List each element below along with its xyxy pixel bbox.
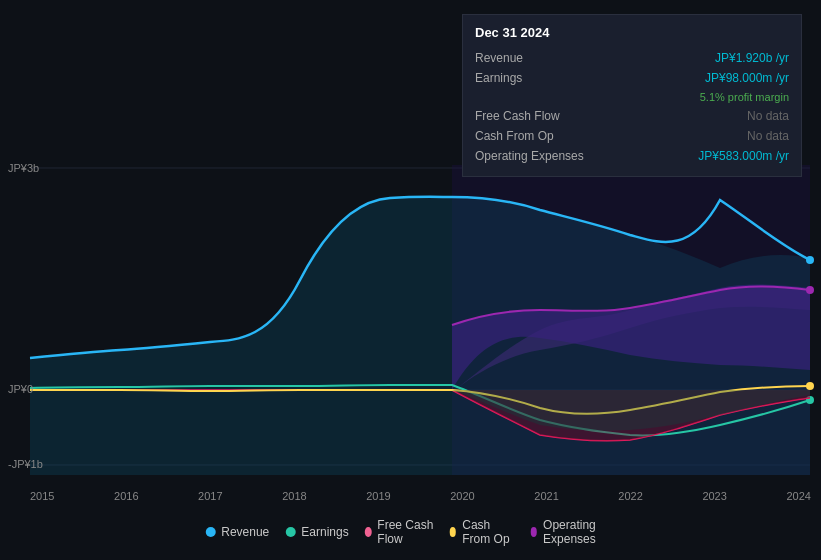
x-label-2020: 2020 bbox=[450, 490, 474, 502]
y-label-top: JP¥3b bbox=[8, 162, 39, 174]
legend-dot-opex bbox=[530, 527, 537, 537]
x-label-2018: 2018 bbox=[282, 490, 306, 502]
tooltip-value-opex: JP¥583.000m /yr bbox=[698, 149, 789, 163]
x-label-2021: 2021 bbox=[534, 490, 558, 502]
tooltip-label-cfo: Cash From Op bbox=[475, 129, 595, 143]
tooltip-row-cfo: Cash From Op No data bbox=[475, 126, 789, 146]
tooltip-value-cfo: No data bbox=[747, 129, 789, 143]
legend-label-revenue: Revenue bbox=[221, 525, 269, 539]
y-label-mid: JP¥0 bbox=[8, 383, 33, 395]
x-label-2016: 2016 bbox=[114, 490, 138, 502]
x-label-2015: 2015 bbox=[30, 490, 54, 502]
legend-label-fcf: Free Cash Flow bbox=[377, 518, 433, 546]
tooltip-row-opex: Operating Expenses JP¥583.000m /yr bbox=[475, 146, 789, 166]
tooltip-label-earnings: Earnings bbox=[475, 71, 595, 85]
x-label-2017: 2017 bbox=[198, 490, 222, 502]
legend-dot-revenue bbox=[205, 527, 215, 537]
legend-cfo: Cash From Op bbox=[450, 518, 515, 546]
legend-dot-earnings bbox=[285, 527, 295, 537]
tooltip-row-margin: 5.1% profit margin bbox=[475, 88, 789, 106]
legend: Revenue Earnings Free Cash Flow Cash Fro… bbox=[205, 518, 616, 546]
legend-label-earnings: Earnings bbox=[301, 525, 348, 539]
tooltip-title: Dec 31 2024 bbox=[475, 25, 789, 40]
legend-opex: Operating Expenses bbox=[530, 518, 615, 546]
x-axis: 2015 2016 2017 2018 2019 2020 2021 2022 … bbox=[30, 490, 811, 502]
chart-container: JP¥3b JP¥0 -JP¥1b 2015 2016 2017 2018 20… bbox=[0, 0, 821, 560]
legend-earnings: Earnings bbox=[285, 525, 348, 539]
legend-fcf: Free Cash Flow bbox=[365, 518, 434, 546]
tooltip-row-earnings: Earnings JP¥98.000m /yr bbox=[475, 68, 789, 88]
svg-point-4 bbox=[806, 256, 814, 264]
tooltip-row-revenue: Revenue JP¥1.920b /yr bbox=[475, 48, 789, 68]
legend-dot-cfo bbox=[450, 527, 457, 537]
tooltip-label-fcf: Free Cash Flow bbox=[475, 109, 595, 123]
tooltip-value-earnings: JP¥98.000m /yr bbox=[705, 71, 789, 85]
x-label-2019: 2019 bbox=[366, 490, 390, 502]
x-label-2022: 2022 bbox=[618, 490, 642, 502]
tooltip-value-fcf: No data bbox=[747, 109, 789, 123]
tooltip: Dec 31 2024 Revenue JP¥1.920b /yr Earnin… bbox=[462, 14, 802, 177]
tooltip-label-revenue: Revenue bbox=[475, 51, 595, 65]
tooltip-value-margin: 5.1% profit margin bbox=[700, 91, 789, 103]
svg-point-5 bbox=[806, 286, 814, 294]
legend-label-opex: Operating Expenses bbox=[543, 518, 616, 546]
x-label-2024: 2024 bbox=[786, 490, 810, 502]
tooltip-row-fcf: Free Cash Flow No data bbox=[475, 106, 789, 126]
legend-label-cfo: Cash From Op bbox=[462, 518, 514, 546]
y-label-bot: -JP¥1b bbox=[8, 458, 43, 470]
legend-dot-fcf bbox=[365, 527, 372, 537]
tooltip-value-revenue: JP¥1.920b /yr bbox=[715, 51, 789, 65]
svg-point-7 bbox=[806, 382, 814, 390]
tooltip-label-opex: Operating Expenses bbox=[475, 149, 595, 163]
x-label-2023: 2023 bbox=[702, 490, 726, 502]
legend-revenue: Revenue bbox=[205, 525, 269, 539]
